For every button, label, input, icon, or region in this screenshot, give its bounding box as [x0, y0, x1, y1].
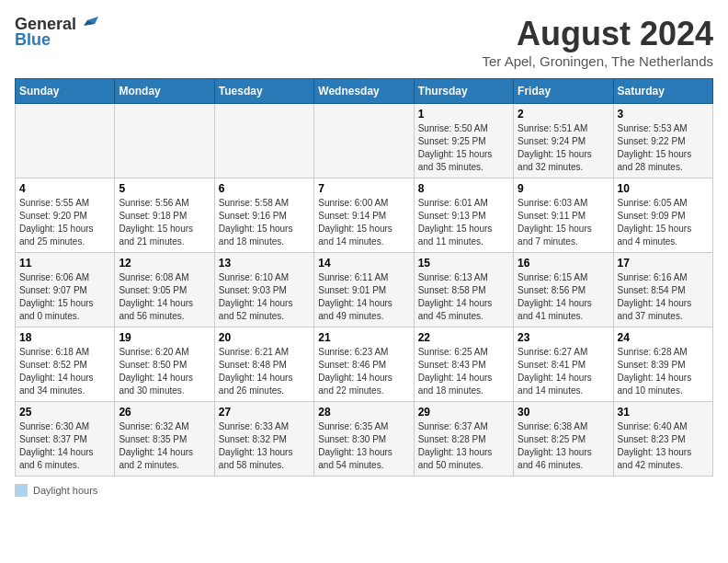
day-number: 2 [518, 108, 609, 121]
day-info: Sunrise: 6:23 AM Sunset: 8:46 PM Dayligh… [318, 346, 409, 397]
day-number: 16 [518, 257, 609, 270]
weekday-header-row: SundayMondayTuesdayWednesdayThursdayFrid… [16, 79, 713, 104]
logo-bird-icon [78, 17, 98, 33]
calendar-cell: 10Sunrise: 6:05 AM Sunset: 9:09 PM Dayli… [613, 178, 712, 253]
calendar-week-row: 11Sunrise: 6:06 AM Sunset: 9:07 PM Dayli… [16, 253, 713, 327]
day-number: 12 [119, 257, 210, 270]
calendar-cell: 5Sunrise: 5:56 AM Sunset: 9:18 PM Daylig… [115, 178, 214, 253]
day-info: Sunrise: 6:35 AM Sunset: 8:30 PM Dayligh… [318, 420, 409, 472]
day-number: 10 [618, 182, 709, 195]
day-info: Sunrise: 6:40 AM Sunset: 8:23 PM Dayligh… [618, 420, 709, 472]
title-area: August 2024 Ter Apel, Groningen, The Net… [482, 15, 713, 69]
day-number: 4 [19, 182, 110, 195]
weekday-header: Tuesday [214, 79, 313, 104]
day-number: 23 [518, 331, 609, 344]
calendar-cell: 13Sunrise: 6:10 AM Sunset: 9:03 PM Dayli… [214, 253, 313, 327]
day-info: Sunrise: 6:25 AM Sunset: 8:43 PM Dayligh… [418, 346, 509, 397]
day-info: Sunrise: 6:15 AM Sunset: 8:56 PM Dayligh… [518, 271, 609, 323]
calendar-cell: 27Sunrise: 6:33 AM Sunset: 8:32 PM Dayli… [214, 402, 313, 477]
day-info: Sunrise: 6:05 AM Sunset: 9:09 PM Dayligh… [618, 197, 709, 248]
day-number: 27 [219, 406, 310, 419]
main-title: August 2024 [482, 15, 713, 53]
calendar-cell: 7Sunrise: 6:00 AM Sunset: 9:14 PM Daylig… [314, 178, 414, 253]
day-info: Sunrise: 6:33 AM Sunset: 8:32 PM Dayligh… [219, 420, 310, 472]
weekday-header: Wednesday [314, 79, 414, 104]
day-number: 14 [318, 257, 409, 270]
day-info: Sunrise: 6:32 AM Sunset: 8:35 PM Dayligh… [119, 420, 210, 472]
calendar-cell: 8Sunrise: 6:01 AM Sunset: 9:13 PM Daylig… [414, 178, 513, 253]
calendar-cell: 28Sunrise: 6:35 AM Sunset: 8:30 PM Dayli… [314, 402, 414, 477]
calendar-week-row: 18Sunrise: 6:18 AM Sunset: 8:52 PM Dayli… [16, 327, 713, 402]
day-number: 25 [19, 406, 110, 419]
day-info: Sunrise: 6:06 AM Sunset: 9:07 PM Dayligh… [19, 271, 110, 323]
weekday-header: Monday [115, 79, 214, 104]
day-info: Sunrise: 6:08 AM Sunset: 9:05 PM Dayligh… [119, 271, 210, 323]
daylight-box [15, 484, 28, 497]
calendar-cell: 21Sunrise: 6:23 AM Sunset: 8:46 PM Dayli… [314, 327, 414, 402]
weekday-header: Friday [514, 79, 613, 104]
calendar-cell: 31Sunrise: 6:40 AM Sunset: 8:23 PM Dayli… [613, 402, 712, 477]
day-info: Sunrise: 6:18 AM Sunset: 8:52 PM Dayligh… [19, 346, 110, 397]
footer: Daylight hours [15, 484, 713, 497]
calendar-cell: 18Sunrise: 6:18 AM Sunset: 8:52 PM Dayli… [16, 327, 115, 402]
calendar-table: SundayMondayTuesdayWednesdayThursdayFrid… [15, 78, 713, 477]
day-number: 7 [318, 182, 409, 195]
day-number: 15 [418, 257, 509, 270]
day-info: Sunrise: 6:01 AM Sunset: 9:13 PM Dayligh… [418, 197, 509, 248]
day-number: 24 [618, 331, 709, 344]
daylight-label: Daylight hours [33, 485, 97, 496]
calendar-cell: 29Sunrise: 6:37 AM Sunset: 8:28 PM Dayli… [414, 402, 513, 477]
weekday-header: Saturday [613, 79, 712, 104]
day-number: 13 [219, 257, 310, 270]
calendar-cell: 17Sunrise: 6:16 AM Sunset: 8:54 PM Dayli… [613, 253, 712, 327]
day-number: 28 [318, 406, 409, 419]
day-number: 20 [219, 331, 310, 344]
day-info: Sunrise: 6:38 AM Sunset: 8:25 PM Dayligh… [518, 420, 609, 472]
calendar-cell: 4Sunrise: 5:55 AM Sunset: 9:20 PM Daylig… [16, 178, 115, 253]
day-number: 30 [518, 406, 609, 419]
calendar-cell [214, 104, 313, 178]
calendar-cell: 6Sunrise: 5:58 AM Sunset: 9:16 PM Daylig… [214, 178, 313, 253]
calendar-week-row: 4Sunrise: 5:55 AM Sunset: 9:20 PM Daylig… [16, 178, 713, 253]
day-info: Sunrise: 6:00 AM Sunset: 9:14 PM Dayligh… [318, 197, 409, 248]
day-info: Sunrise: 6:03 AM Sunset: 9:11 PM Dayligh… [518, 197, 609, 248]
calendar-cell: 30Sunrise: 6:38 AM Sunset: 8:25 PM Dayli… [514, 402, 613, 477]
subtitle: Ter Apel, Groningen, The Netherlands [482, 53, 713, 69]
calendar-week-row: 1Sunrise: 5:50 AM Sunset: 9:25 PM Daylig… [16, 104, 713, 178]
calendar-cell: 19Sunrise: 6:20 AM Sunset: 8:50 PM Dayli… [115, 327, 214, 402]
calendar-cell: 14Sunrise: 6:11 AM Sunset: 9:01 PM Dayli… [314, 253, 414, 327]
day-number: 5 [119, 182, 210, 195]
day-info: Sunrise: 5:51 AM Sunset: 9:24 PM Dayligh… [518, 122, 609, 174]
calendar-week-row: 25Sunrise: 6:30 AM Sunset: 8:37 PM Dayli… [16, 402, 713, 477]
day-info: Sunrise: 5:56 AM Sunset: 9:18 PM Dayligh… [119, 197, 210, 248]
day-number: 6 [219, 182, 310, 195]
calendar-cell: 3Sunrise: 5:53 AM Sunset: 9:22 PM Daylig… [613, 104, 712, 178]
calendar-cell: 11Sunrise: 6:06 AM Sunset: 9:07 PM Dayli… [16, 253, 115, 327]
calendar-cell: 22Sunrise: 6:25 AM Sunset: 8:43 PM Dayli… [414, 327, 513, 402]
day-info: Sunrise: 6:16 AM Sunset: 8:54 PM Dayligh… [618, 271, 709, 323]
day-info: Sunrise: 6:11 AM Sunset: 9:01 PM Dayligh… [318, 271, 409, 323]
day-info: Sunrise: 6:30 AM Sunset: 8:37 PM Dayligh… [19, 420, 110, 472]
logo: General Blue [15, 15, 98, 50]
day-number: 3 [618, 108, 709, 121]
day-info: Sunrise: 6:27 AM Sunset: 8:41 PM Dayligh… [518, 346, 609, 397]
calendar-cell: 25Sunrise: 6:30 AM Sunset: 8:37 PM Dayli… [16, 402, 115, 477]
day-info: Sunrise: 6:21 AM Sunset: 8:48 PM Dayligh… [219, 346, 310, 397]
weekday-header: Thursday [414, 79, 513, 104]
day-number: 31 [618, 406, 709, 419]
day-number: 17 [618, 257, 709, 270]
logo-text-blue: Blue [15, 30, 51, 50]
calendar-cell: 15Sunrise: 6:13 AM Sunset: 8:58 PM Dayli… [414, 253, 513, 327]
calendar-cell: 16Sunrise: 6:15 AM Sunset: 8:56 PM Dayli… [514, 253, 613, 327]
day-number: 8 [418, 182, 509, 195]
calendar-cell: 2Sunrise: 5:51 AM Sunset: 9:24 PM Daylig… [514, 104, 613, 178]
day-info: Sunrise: 5:53 AM Sunset: 9:22 PM Dayligh… [618, 122, 709, 174]
day-info: Sunrise: 6:37 AM Sunset: 8:28 PM Dayligh… [418, 420, 509, 472]
calendar-cell: 1Sunrise: 5:50 AM Sunset: 9:25 PM Daylig… [414, 104, 513, 178]
day-number: 18 [19, 331, 110, 344]
day-number: 11 [19, 257, 110, 270]
calendar-cell: 23Sunrise: 6:27 AM Sunset: 8:41 PM Dayli… [514, 327, 613, 402]
day-number: 29 [418, 406, 509, 419]
day-info: Sunrise: 6:20 AM Sunset: 8:50 PM Dayligh… [119, 346, 210, 397]
day-info: Sunrise: 5:55 AM Sunset: 9:20 PM Dayligh… [19, 197, 110, 248]
